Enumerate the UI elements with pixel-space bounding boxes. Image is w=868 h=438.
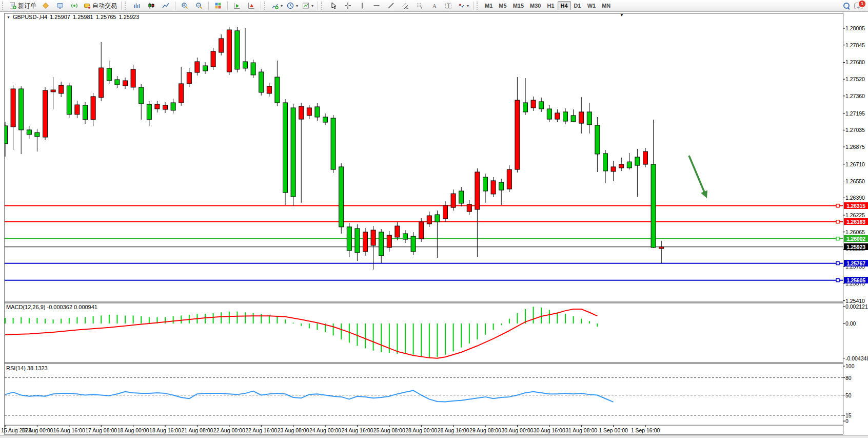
candle-body-down [355,228,360,253]
line-chart-button[interactable] [159,0,173,11]
svg-text:A: A [432,3,437,10]
macd-pane[interactable] [5,307,597,358]
market-depth-button[interactable] [38,0,53,11]
hline-endpoint-knob[interactable] [836,204,839,207]
candle-body-up [307,108,311,116]
horizontal-line-button[interactable] [369,0,384,11]
timeframe-w1-button[interactable]: W1 [584,1,599,10]
toolbar-drag-handle[interactable] [264,2,267,10]
candle-body-down [251,63,255,75]
hline-price-label[interactable]: 1.25767 [844,260,868,266]
macd-axis-tick-label: -0.004348 [845,355,868,361]
timeframe-h1-button[interactable]: H1 [544,1,557,10]
trendline-button[interactable] [384,0,398,11]
time-axis-label: 1 Sep 16:00 [622,427,668,433]
toolbar-separator [261,2,261,10]
cursor-button[interactable] [326,0,341,11]
timeframe-m15-button[interactable]: M15 [510,1,527,10]
chevron-down-icon[interactable]: ▾ [296,4,298,8]
zoom-in-button[interactable] [177,0,192,11]
price-axis-tick-label: 1.28005 [845,25,865,31]
timeframe-m5-button[interactable]: M5 [496,1,509,10]
template-icon [302,2,309,9]
main-chart-pane[interactable] [3,27,843,282]
terminal-button[interactable] [53,0,67,11]
search-button[interactable] [843,3,850,9]
chart-title-collapse-icon[interactable]: ▼ [7,15,10,19]
toolbar-separator [175,2,175,10]
tile-windows-button[interactable] [211,0,225,11]
ohlc-open: 1.25907 [50,14,70,20]
timeframe-mn-button[interactable]: MN [599,1,614,10]
hline-price-label[interactable]: 1.26315 [844,202,868,209]
candle-body-down [171,103,175,110]
chat-button[interactable]: 1 [854,3,863,9]
new-order-button[interactable]: 新订单 [7,0,38,11]
toolbar: 新订单自动交易▾▾▾EFAT▾M1M5M15M30H1H4D1W1MN1 [0,0,868,12]
chart-shift-marker-icon[interactable]: ▼ [620,13,624,17]
autotrading-button[interactable]: 自动交易 [82,0,119,11]
chevron-down-icon[interactable]: ▾ [467,4,469,8]
fibonacci-button[interactable]: F [412,0,427,11]
timeframe-m30-button[interactable]: M30 [527,1,544,10]
candle-body-down [107,68,111,81]
hline-endpoint-knob[interactable] [836,220,839,223]
candle-body-up [179,84,184,103]
price-axis-tick-label: 1.26875 [845,144,865,150]
text-button[interactable]: A [427,0,441,11]
macd-name: MACD(12,26,9) [6,304,45,310]
timeframe-m1-button[interactable]: M1 [482,1,496,10]
candlestick-chart-button[interactable] [144,0,159,11]
text-label-button[interactable]: T [441,0,456,11]
rsi-axis-tick-label: 0 [845,418,849,424]
robot-icon [84,2,91,9]
price-axis-tick-label: 1.27845 [845,42,865,48]
chevron-down-icon[interactable]: ▾ [311,4,313,8]
toolbar-drag-handle[interactable] [2,2,5,10]
candle-body-down [379,232,384,256]
toolbar-drag-handle[interactable] [477,2,480,10]
hline-price-label[interactable]: 1.25605 [844,277,868,283]
auto-scroll-button[interactable] [230,0,244,11]
arrows-button[interactable]: ▾ [456,0,471,11]
bar-chart-button[interactable] [130,0,144,11]
toolbar-separator [318,2,318,10]
candle-body-up [59,85,64,93]
rsi-pane[interactable] [5,378,843,415]
templates-button[interactable]: ▾ [300,0,315,11]
equidistant-channel-button[interactable]: E [398,0,412,11]
textA-icon: A [430,2,438,9]
timeframe-h4-button[interactable]: H4 [558,1,571,10]
toolbar-drag-handle[interactable] [321,2,324,10]
crosshair-button[interactable] [341,0,355,11]
timeframe-d1-button[interactable]: D1 [571,1,584,10]
chart-canvas[interactable] [0,0,868,438]
candle-body-down [627,162,632,168]
hline-price-label[interactable]: 1.25923 [844,243,868,250]
chevron-down-icon[interactable]: ▾ [281,4,283,8]
indicators-button[interactable]: ▾ [269,0,285,11]
signals-button[interactable] [67,0,82,11]
periods-button[interactable]: ▾ [285,0,300,11]
vertical-line-button[interactable] [355,0,369,11]
arrow-object[interactable] [689,156,705,194]
candle-body-up [451,194,456,207]
toolbar-drag-handle[interactable] [125,2,128,10]
chart-shift-button[interactable] [244,0,259,11]
shapes-icon [458,2,465,9]
signal-icon [71,2,78,9]
zoom-out-button[interactable] [192,0,206,11]
notification-badge: 1 [858,0,866,8]
toolbar-separator [473,2,474,10]
crosshair-icon [344,2,351,9]
hline-endpoint-knob[interactable] [836,237,839,240]
candle-body-up [163,105,168,109]
hline-price-label[interactable]: 1.26163 [844,218,868,225]
hline-endpoint-knob[interactable] [836,279,839,282]
autotrading-label: 自动交易 [92,2,117,10]
hline-endpoint-knob[interactable] [836,262,839,265]
svg-text:F: F [421,6,423,9]
candle-body-up [43,90,48,137]
hline-price-label[interactable]: 1.26002 [844,235,868,242]
candle-body-down [651,164,656,247]
